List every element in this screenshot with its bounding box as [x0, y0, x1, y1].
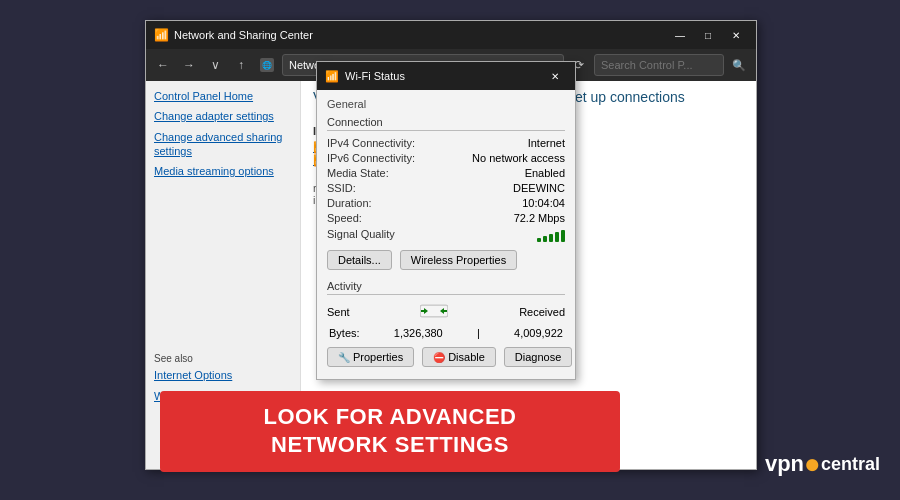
activity-sent-received-row: Sent Received — [327, 301, 565, 323]
duration-label: Duration: — [327, 197, 372, 209]
signal-bar-2 — [543, 236, 547, 242]
minimize-button[interactable]: — — [668, 26, 692, 44]
window-title: Network and Sharing Center — [174, 29, 668, 41]
dialog-body: General Connection IPv4 Connectivity: In… — [317, 90, 575, 379]
properties-icon: 🔧 — [338, 352, 350, 363]
back-button[interactable]: ← — [152, 54, 174, 76]
sidebar-item-media-streaming[interactable]: Media streaming options — [154, 164, 292, 178]
sidebar-see-also: See also — [154, 353, 285, 364]
bytes-row: Bytes: 1,326,380 | 4,009,922 — [327, 327, 565, 339]
connection-section-header: Connection — [327, 116, 565, 131]
speed-label: Speed: — [327, 212, 362, 224]
dialog-close-button[interactable]: ✕ — [543, 67, 567, 85]
dialog-icon: 📶 — [325, 70, 339, 83]
window-icon: 📶 — [154, 28, 168, 42]
ipv6-row: IPv6 Connectivity: No network access — [327, 152, 565, 164]
ssid-row: SSID: DEEWINC — [327, 182, 565, 194]
disable-button[interactable]: ⛔ Disable — [422, 347, 496, 367]
network-transfer-icon — [420, 301, 448, 321]
media-state-label: Media State: — [327, 167, 389, 179]
disable-label: Disable — [448, 351, 485, 363]
duration-row: Duration: 10:04:04 — [327, 197, 565, 209]
ipv6-label: IPv6 Connectivity: — [327, 152, 415, 164]
speed-row: Speed: 72.2 Mbps — [327, 212, 565, 224]
activity-section-header: Activity — [327, 280, 565, 295]
dialog-action-buttons: Details... Wireless Properties — [327, 250, 565, 270]
signal-bar — [537, 228, 565, 242]
ipv4-row: IPv4 Connectivity: Internet — [327, 137, 565, 149]
signal-quality-label: Signal Quality — [327, 228, 395, 242]
speed-value: 72.2 Mbps — [514, 212, 565, 224]
dialog-title-text: Wi-Fi Status — [345, 70, 543, 82]
maximize-button[interactable]: □ — [696, 26, 720, 44]
sent-value: 1,326,380 — [394, 327, 443, 339]
ssid-value: DEEWINC — [513, 182, 565, 194]
banner-line-1: LOOK FOR ADVANCED — [180, 403, 600, 432]
title-bar: 📶 Network and Sharing Center — □ ✕ — [146, 21, 756, 49]
duration-value: 10:04:04 — [522, 197, 565, 209]
sidebar-item-adapter-settings[interactable]: Change adapter settings — [154, 109, 292, 123]
details-button[interactable]: Details... — [327, 250, 392, 270]
ipv4-label: IPv4 Connectivity: — [327, 137, 415, 149]
banner: LOOK FOR ADVANCED NETWORK SETTINGS — [160, 391, 620, 472]
received-label: Received — [519, 306, 565, 318]
connection-fields: IPv4 Connectivity: Internet IPv6 Connect… — [327, 137, 565, 224]
up-button[interactable]: ↑ — [230, 54, 252, 76]
signal-bar-1 — [537, 238, 541, 242]
vpn-text: vpn — [765, 451, 804, 477]
search-input[interactable] — [594, 54, 724, 76]
ssid-label: SSID: — [327, 182, 356, 194]
media-state-row: Media State: Enabled — [327, 167, 565, 179]
close-button[interactable]: ✕ — [724, 26, 748, 44]
media-state-value: Enabled — [525, 167, 565, 179]
activity-icon — [420, 301, 448, 323]
wifi-dialog: 📶 Wi-Fi Status ✕ General Connection IPv4… — [316, 61, 576, 380]
signal-bar-3 — [549, 234, 553, 242]
banner-line-2: NETWORK SETTINGS — [180, 431, 600, 460]
brand-dot: ● — [804, 448, 821, 480]
address-icon: 🌐 — [260, 58, 274, 72]
sidebar-item-internet-options[interactable]: Internet Options — [154, 368, 285, 382]
wireless-properties-button[interactable]: Wireless Properties — [400, 250, 517, 270]
general-label: General — [327, 98, 565, 110]
properties-button[interactable]: 🔧 Properties — [327, 347, 414, 367]
ipv6-value: No network access — [472, 152, 565, 164]
bottom-buttons: 🔧 Properties ⛔ Disable Diagnose — [327, 347, 565, 371]
ipv4-value: Internet — [528, 137, 565, 149]
signal-quality-row: Signal Quality — [327, 228, 565, 242]
sidebar-item-control-panel-home[interactable]: Control Panel Home — [154, 89, 292, 103]
separator: | — [477, 327, 480, 339]
bytes-label: Bytes: — [329, 327, 360, 339]
central-text: central — [821, 454, 880, 475]
forward-button[interactable]: → — [178, 54, 200, 76]
sent-label: Sent — [327, 306, 350, 318]
signal-bar-5 — [561, 230, 565, 242]
properties-label: Properties — [353, 351, 403, 363]
window-controls: — □ ✕ — [668, 26, 748, 44]
diagnose-button[interactable]: Diagnose — [504, 347, 572, 367]
dialog-title-bar: 📶 Wi-Fi Status ✕ — [317, 62, 575, 90]
received-value: 4,009,922 — [514, 327, 563, 339]
signal-bar-4 — [555, 232, 559, 242]
dropdown-button[interactable]: ∨ — [204, 54, 226, 76]
sidebar-item-advanced-sharing[interactable]: Change advanced sharing settings — [154, 130, 292, 159]
vpn-brand: vpn ● central — [765, 448, 880, 480]
search-button[interactable]: 🔍 — [728, 54, 750, 76]
disable-icon: ⛔ — [433, 352, 445, 363]
